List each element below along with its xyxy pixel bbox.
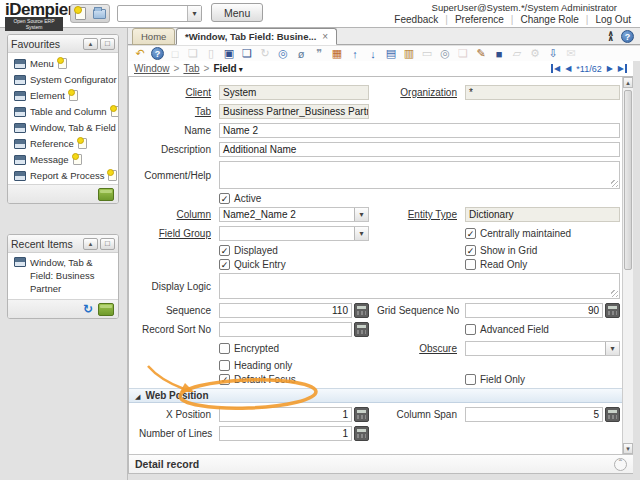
calculator-icon[interactable] [354,322,369,337]
calculator-icon[interactable] [605,407,620,422]
detail-record-icon[interactable]: ↓ [366,47,380,61]
show-in-grid-checkbox[interactable] [465,245,476,256]
obscure-label[interactable]: Obscure [377,343,457,354]
parent-record-icon[interactable]: ↑ [348,47,362,61]
x-position-input[interactable]: 1 [219,407,352,422]
last-record-button[interactable] [618,64,627,73]
calendar-icon[interactable]: ▦ [330,47,344,61]
sidebar-item-menu[interactable]: Menu [8,56,118,72]
name-input[interactable]: Name 2 [219,123,620,138]
sidebar-item-table-and-column[interactable]: Table and Column [8,104,118,120]
workflow-icon[interactable]: ✎ [474,47,488,61]
product-info-icon[interactable]: ■ [492,47,506,61]
column-select[interactable]: Name2_Name 2 [219,207,369,222]
grid-toggle-icon[interactable]: ▤ [384,47,398,61]
new-record-icon[interactable] [111,106,119,117]
trash-icon[interactable] [98,303,114,316]
number-of-lines-input[interactable]: 1 [219,426,352,441]
active-checkbox[interactable] [219,193,230,204]
calculator-icon[interactable] [354,303,369,318]
preference-link[interactable]: Preference [448,14,511,25]
field-group-select[interactable] [219,226,369,241]
displayed-checkbox[interactable] [219,245,230,256]
breadcrumb-tab[interactable]: Tab [183,63,199,74]
new-record-icon[interactable] [69,90,78,101]
grid-sequence-no-input[interactable]: 90 [465,303,603,318]
undo-icon[interactable]: ↶ [133,47,147,61]
print-preview-icon[interactable]: ◎ [438,47,452,61]
maximize-panel-button[interactable] [100,238,115,250]
column-span-input[interactable]: 5 [465,407,603,422]
client-label[interactable]: Client [139,87,211,98]
archive-icon[interactable]: ▥ [402,47,416,61]
chat-icon[interactable]: ❞ [312,47,326,61]
close-icon[interactable] [322,31,328,42]
collapse-all-icon[interactable] [608,31,615,41]
change-role-link[interactable]: Change Role [513,14,585,25]
refresh-icon[interactable] [81,303,95,316]
tab-home[interactable]: Home [132,28,175,45]
tab-label[interactable]: Tab [139,106,211,117]
help-icon[interactable] [621,30,634,43]
sidebar-item-window-tab-field[interactable]: Window, Tab & Field [8,120,118,136]
display-logic-textarea[interactable] [219,273,620,299]
find-icon[interactable]: ◎ [276,47,290,61]
open-folder-icon[interactable] [93,9,106,19]
chevron-down-icon[interactable] [354,208,368,221]
chevron-down-icon[interactable] [354,227,368,240]
sidebar-item-element[interactable]: Element [8,88,118,104]
trash-icon[interactable] [98,188,114,201]
collapse-panel-button[interactable] [83,38,98,50]
breadcrumb-field[interactable]: Field [213,63,236,74]
encrypted-checkbox[interactable] [219,343,230,354]
vertical-scrollbar[interactable] [622,77,633,454]
new-record-icon[interactable] [58,58,67,69]
advanced-field-checkbox[interactable] [465,324,476,335]
menu-button[interactable]: Menu [211,3,263,22]
sidebar-item-message[interactable]: Message [8,152,118,168]
field-group-label[interactable]: Field Group [139,228,211,239]
chevron-down-icon[interactable] [605,342,619,355]
heading-only-checkbox[interactable] [219,360,230,371]
obscure-select[interactable] [465,341,620,356]
global-search-value[interactable] [118,6,187,21]
collapse-panel-button[interactable] [83,238,98,250]
new-window-icon[interactable] [75,7,86,20]
help-icon[interactable]: ? [151,47,164,60]
recent-item-label[interactable]: Window, Tab & Field: Business Partner [30,256,113,295]
calculator-icon[interactable] [605,303,620,318]
quick-entry-checkbox[interactable] [219,259,230,270]
scrollbar-thumb[interactable] [624,90,632,270]
sequence-input[interactable]: 110 [219,303,352,318]
sidebar-item-system-configurator[interactable]: System Configurator [8,72,118,88]
field-only-checkbox[interactable] [465,374,476,385]
chevron-down-icon[interactable] [187,6,201,21]
default-focus-checkbox[interactable] [219,374,230,385]
entity-type-label[interactable]: Entity Type [377,209,457,220]
feedback-link[interactable]: Feedback [387,14,445,25]
log-out-link[interactable]: Log Out [588,14,638,25]
organization-label[interactable]: Organization [377,87,457,98]
new-record-icon[interactable] [78,138,87,149]
next-record-button[interactable] [607,64,613,73]
web-position-section-header[interactable]: Web Position [129,388,622,403]
sidebar-item-report-process[interactable]: Report & Process [8,168,118,184]
detail-record-bar[interactable]: Detail record [129,454,633,473]
scroll-up-icon[interactable] [623,77,633,88]
first-record-button[interactable] [551,64,560,73]
centrally-maintained-checkbox[interactable] [465,228,476,239]
recent-item[interactable]: Window, Tab & Field: Business Partner [8,253,118,299]
tab-window-tab-field[interactable]: *Window, Tab Field: Busine... [176,28,337,45]
calculator-icon[interactable] [354,407,369,422]
new-record-icon[interactable] [108,170,117,181]
record-sort-no-input[interactable] [219,322,352,337]
chevron-down-icon[interactable] [237,63,243,74]
comment-help-textarea[interactable] [219,161,620,189]
export-icon[interactable]: ⇩ [546,47,560,61]
save-create-icon[interactable]: ❏ [240,47,254,61]
scroll-down-icon[interactable] [623,443,633,454]
maximize-panel-button[interactable] [100,38,115,50]
new-record-icon[interactable] [73,154,82,165]
previous-record-button[interactable] [565,64,571,73]
sidebar-item-reference[interactable]: Reference [8,136,118,152]
